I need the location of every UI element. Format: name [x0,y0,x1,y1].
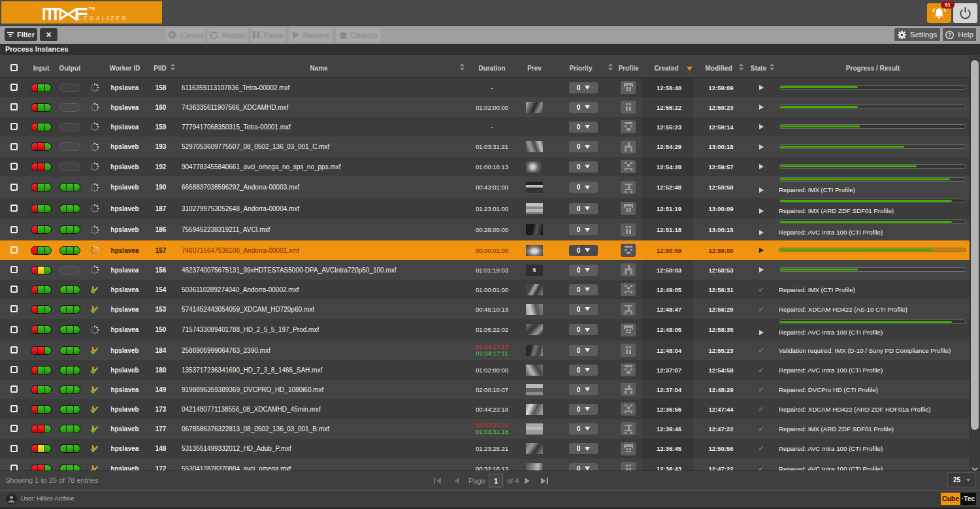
svg-text:EGALIZER: EGALIZER [84,15,128,22]
svg-text:L: L [78,14,82,22]
svg-text:TM: TM [89,6,95,10]
svg-text:?: ? [948,31,951,38]
